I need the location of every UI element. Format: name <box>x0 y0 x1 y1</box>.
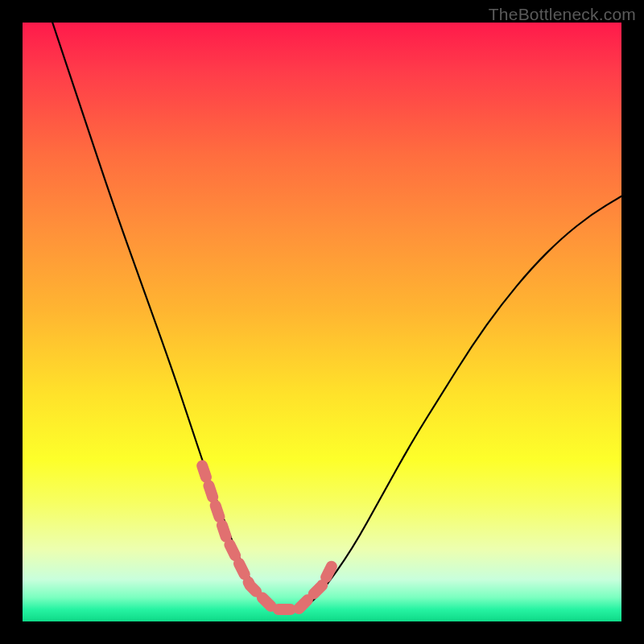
bottleneck-curve-path <box>52 23 621 609</box>
bottleneck-curve-svg <box>23 23 621 621</box>
attribution-label: TheBottleneck.com <box>489 5 636 24</box>
chart-plot-area <box>23 23 621 621</box>
highlight-band-path <box>202 466 334 610</box>
